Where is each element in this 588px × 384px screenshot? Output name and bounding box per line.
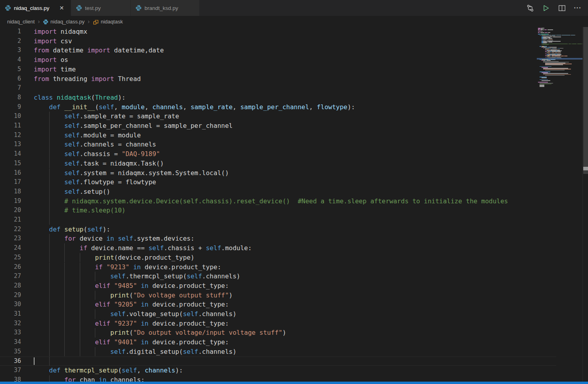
line-number: 37	[0, 366, 21, 375]
code-line[interactable]: 17 self.flowtype = flowtype	[0, 178, 582, 187]
code-text: # time.sleep(10)	[34, 206, 125, 215]
code-line[interactable]: 1import nidaqmx	[0, 27, 582, 37]
editor-actions: ···	[525, 0, 588, 16]
code-line[interactable]: 2import csv	[0, 37, 582, 46]
code-line[interactable]: 11 self.sample_per_channel = sample_per_…	[0, 121, 582, 131]
code-text: self.channels = channels	[34, 140, 156, 149]
code-line[interactable]: 24 if device.name == self.chassis + self…	[0, 243, 582, 253]
tab-test[interactable]: test.py	[71, 0, 130, 16]
split-editor-icon[interactable]	[557, 3, 567, 13]
code-line[interactable]: 31 self.voltage_setup(self.channels)	[0, 309, 582, 319]
tab-label: test.py	[85, 5, 101, 11]
line-number: 9	[0, 102, 21, 112]
python-file-icon	[43, 18, 48, 25]
code-text: self.voltage_setup(self.channels)	[34, 309, 237, 319]
code-line[interactable]: 29 print("Do voltage output stuff")	[0, 291, 582, 300]
line-number: 8	[0, 93, 21, 102]
code-line[interactable]: 14 self.chassis = "DAQ-9189"	[0, 149, 582, 159]
line-number: 6	[0, 74, 21, 84]
code-line[interactable]: 8class nidaqtask(Thread):	[0, 93, 582, 102]
code-text: print("Do voltage output stuff")	[34, 291, 233, 300]
code-line[interactable]: 15 self.task = nidaqmx.Task()	[0, 159, 582, 168]
code-line[interactable]: 7	[0, 83, 582, 93]
minimap-line	[538, 86, 582, 87]
code-text: import os	[34, 55, 68, 65]
code-line[interactable]: 5import time	[0, 65, 582, 74]
code-line[interactable]: 34 elif "9401" in device.product_type:	[0, 338, 582, 347]
run-python-file-icon[interactable]	[541, 3, 551, 13]
more-actions-icon[interactable]: ···	[573, 3, 582, 13]
code-line[interactable]: 18 self.setup()	[0, 187, 582, 197]
code-text: self.flowtype = flowtype	[34, 178, 156, 187]
code-editor[interactable]: 1import nidaqmx2import csv3from datetime…	[0, 27, 588, 384]
minimap[interactable]	[537, 27, 582, 384]
breadcrumb-separator: ›	[88, 18, 90, 25]
python-file-icon	[76, 5, 82, 11]
tab-label: brandt_ksd.py	[145, 5, 178, 11]
line-number: 1	[0, 27, 21, 37]
code-line[interactable]: 25 print(device.product_type)	[0, 253, 582, 262]
breadcrumb-file[interactable]: nidaq_class.py	[43, 18, 85, 25]
code-line[interactable]: 10 self.sample_rate = sample_rate	[0, 112, 582, 121]
code-line[interactable]: 13 self.channels = channels	[0, 140, 582, 149]
line-number: 30	[0, 300, 21, 309]
code-line[interactable]: 27 self.thermcpl_setup(self.channels)	[0, 272, 582, 281]
breadcrumb-separator: ›	[38, 18, 40, 25]
text-cursor	[34, 357, 35, 365]
code-line[interactable]: 35 self.digital_setup(self.channels)	[0, 347, 582, 357]
python-file-icon	[135, 5, 142, 11]
code-text: self.chassis = "DAQ-9189"	[34, 149, 160, 159]
current-line-highlight	[0, 357, 556, 366]
code-text: class nidaqtask(Thread):	[34, 93, 125, 102]
code-text: if device.name == self.chassis + self.mo…	[34, 243, 252, 253]
code-text: if "9213" in device.product_type:	[34, 262, 221, 272]
vscode-editor-window: nidaq_class.py ✕ test.py brandt_ksd.py	[0, 0, 588, 384]
code-line[interactable]: 32 elif "9237" in device.product_type:	[0, 319, 582, 328]
code-text: import csv	[34, 37, 72, 46]
line-number: 32	[0, 319, 21, 328]
breadcrumb-symbol[interactable]: nidaqtask	[93, 18, 123, 25]
code-line[interactable]: 28 elif "9485" in device.product_type:	[0, 281, 582, 291]
line-number: 33	[0, 328, 21, 338]
python-file-icon	[5, 5, 11, 11]
code-text: def setup(self):	[34, 225, 110, 234]
code-text: def thermcpl_setup(self, channels):	[34, 366, 183, 375]
code-line[interactable]: 4import os	[0, 55, 582, 65]
line-number: 25	[0, 253, 21, 262]
tab-brandt-ksd[interactable]: brandt_ksd.py	[131, 0, 199, 16]
code-line[interactable]: 22 def setup(self):	[0, 225, 582, 234]
breadcrumb-folder[interactable]: nidaq_client	[7, 19, 35, 25]
open-changes-icon[interactable]	[525, 3, 535, 13]
breadcrumb: nidaq_client › nidaq_class.py › nidaqtas…	[0, 16, 588, 27]
code-text: # nidaqmx.system.device.Device(self.chas…	[34, 197, 508, 206]
editor-tab-bar: nidaq_class.py ✕ test.py brandt_ksd.py	[0, 0, 588, 16]
close-icon[interactable]: ✕	[58, 4, 66, 12]
line-number: 2	[0, 37, 21, 46]
code-line[interactable]: 33 print("Do output voltage/input voltag…	[0, 328, 582, 338]
line-number: 18	[0, 187, 21, 197]
code-text: from threading import Thread	[34, 74, 141, 84]
code-line[interactable]: 36	[0, 357, 582, 366]
code-line[interactable]: 6from threading import Thread	[0, 74, 582, 84]
indent-guide	[49, 215, 50, 225]
code-text: for device in self.system.devices:	[34, 234, 195, 243]
tab-bar-spacer	[200, 0, 525, 16]
line-number: 34	[0, 338, 21, 347]
line-number: 11	[0, 121, 21, 131]
code-line[interactable]: 9 def __init__(self, module, channels, s…	[0, 102, 582, 112]
scrollbar-slider[interactable]	[583, 27, 588, 174]
vertical-scrollbar[interactable]	[582, 27, 588, 384]
code-line[interactable]: 19 # nidaqmx.system.device.Device(self.c…	[0, 197, 582, 206]
code-text: self.sample_per_channel = sample_per_cha…	[34, 121, 233, 131]
code-line[interactable]: 3from datetime import datetime,date	[0, 46, 582, 55]
code-line[interactable]: 20 # time.sleep(10)	[0, 206, 582, 215]
code-line[interactable]: 30 elif "9205" in device.product_type:	[0, 300, 582, 309]
line-number: 4	[0, 55, 21, 65]
code-line[interactable]: 26 if "9213" in device.product_type:	[0, 262, 582, 272]
tab-nidaq-class[interactable]: nidaq_class.py ✕	[0, 0, 71, 16]
code-line[interactable]: 16 self.system = nidaqmx.system.System.l…	[0, 168, 582, 178]
code-line[interactable]: 21	[0, 215, 582, 225]
code-line[interactable]: 37 def thermcpl_setup(self, channels):	[0, 366, 582, 375]
code-line[interactable]: 12 self.module = module	[0, 131, 582, 140]
code-line[interactable]: 23 for device in self.system.devices:	[0, 234, 582, 243]
